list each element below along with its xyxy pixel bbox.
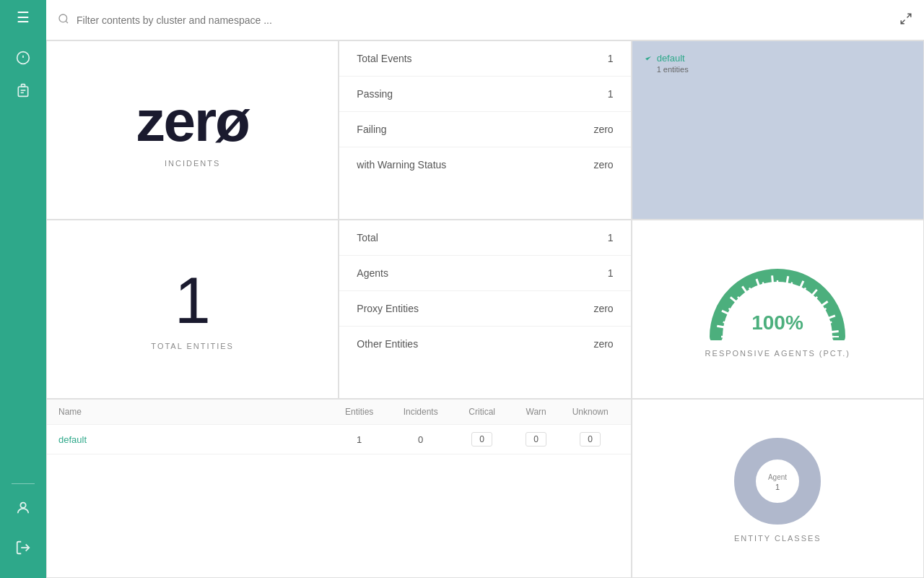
entities-label: TOTAL ENTITIES — [151, 342, 234, 350]
svg-point-41 — [757, 461, 798, 501]
entity-stat-row-other: Other Entities zero — [339, 327, 630, 361]
stat-label-passing: Passing — [357, 88, 393, 100]
col-header-unknown: Unknown — [562, 407, 619, 417]
svg-line-27 — [723, 322, 731, 324]
donut-svg: Agent 1 — [731, 434, 824, 528]
table-cell-unknown: 0 — [562, 432, 619, 447]
sidebar-bottom — [12, 480, 35, 566]
entity-stat-value-other: zero — [593, 338, 613, 350]
stat-row-total-events: Total Events 1 — [339, 41, 630, 77]
svg-line-30 — [749, 288, 753, 294]
col-header-incidents: Incidents — [388, 407, 453, 417]
entity-stat-value-proxy: zero — [593, 303, 613, 314]
entity-classes-label: ENTITY CLASSES — [734, 534, 821, 543]
entity-stats-card: Total 1 Agents 1 Proxy Entities zero Oth… — [339, 220, 631, 399]
dashboard: zerø INCIDENTS Total Events 1 Passing 1 … — [46, 40, 924, 578]
entity-stat-value-agents: 1 — [608, 267, 614, 279]
critical-badge: 0 — [471, 432, 492, 447]
stat-row-failing: Failing zero — [339, 112, 630, 147]
table-cell-critical: 0 — [453, 432, 511, 447]
incidents-value: zerø — [136, 92, 249, 150]
svg-line-12 — [901, 20, 905, 23]
svg-text:Agent: Agent — [768, 473, 787, 481]
stat-value-total-events: 1 — [608, 53, 614, 64]
svg-text:100%: 100% — [752, 311, 804, 334]
warn-badge: 0 — [526, 432, 546, 447]
table-cell-entities: 1 — [331, 434, 388, 445]
table-cell-warn: 0 — [511, 432, 562, 447]
clipboard-icon[interactable] — [16, 83, 30, 101]
namespace-item[interactable]: default — [644, 53, 685, 64]
svg-line-10 — [66, 21, 68, 23]
svg-line-33 — [790, 282, 793, 290]
menu-icon[interactable]: ☰ — [17, 9, 30, 26]
svg-text:1: 1 — [775, 483, 780, 491]
stat-label-total-events: Total Events — [357, 53, 411, 64]
responsive-agents-card: 100% RESPONSIVE AGENTS (PCT.) — [632, 220, 924, 399]
col-header-critical: Critical — [453, 407, 511, 417]
unknown-badge: 0 — [580, 432, 601, 447]
entity-stat-row-agents: Agents 1 — [339, 256, 630, 291]
svg-line-29 — [738, 297, 743, 302]
svg-point-9 — [59, 14, 67, 22]
expand-icon[interactable] — [899, 12, 912, 28]
svg-rect-4 — [18, 87, 27, 96]
col-header-warn: Warn — [511, 407, 562, 417]
info-icon[interactable] — [16, 51, 30, 69]
stat-row-warning: with Warning Status zero — [339, 147, 630, 182]
table-cell-name[interactable]: default — [58, 434, 331, 445]
svg-line-35 — [812, 297, 817, 302]
entity-stat-row-proxy: Proxy Entities zero — [339, 291, 630, 327]
svg-line-31 — [763, 282, 765, 290]
table-card: Name Entities Incidents Critical Warn Un… — [46, 399, 632, 578]
svg-line-36 — [820, 309, 827, 312]
namespace-card: default 1 entities — [632, 40, 924, 220]
entity-stat-label-total: Total — [357, 232, 378, 243]
table-row: default 1 0 0 0 0 — [47, 425, 631, 454]
entities-value: 1 — [175, 268, 211, 333]
incidents-card: zerø INCIDENTS — [46, 40, 339, 220]
svg-point-7 — [20, 503, 25, 508]
entity-stat-label-proxy: Proxy Entities — [357, 303, 419, 314]
entities-card: 1 TOTAL ENTITIES — [46, 220, 339, 399]
agents-label: RESPONSIVE AGENTS (PCT.) — [705, 349, 850, 358]
entity-stat-value-total: 1 — [608, 232, 614, 243]
stat-label-failing: Failing — [357, 124, 386, 135]
donut-chart: Agent 1 — [731, 434, 824, 528]
sidebar-divider — [12, 483, 35, 484]
entity-classes-card: Agent 1 ENTITY CLASSES — [632, 399, 924, 578]
search-icon — [58, 13, 69, 27]
stat-row-passing: Passing 1 — [339, 77, 630, 112]
events-card: Total Events 1 Passing 1 Failing zero wi… — [339, 40, 631, 220]
namespace-entities-count: 1 entities — [657, 65, 689, 74]
search-input[interactable] — [77, 14, 892, 26]
stat-value-warning: zero — [593, 159, 613, 171]
svg-line-11 — [907, 14, 911, 17]
gauge: 100% — [705, 261, 850, 340]
user-icon[interactable] — [15, 500, 31, 519]
svg-line-28 — [729, 309, 736, 312]
table-header: Name Entities Incidents Critical Warn Un… — [47, 400, 631, 425]
svg-line-37 — [825, 322, 832, 324]
stat-value-passing: 1 — [608, 88, 614, 100]
col-header-entities: Entities — [331, 407, 388, 417]
stat-label-warning: with Warning Status — [357, 159, 446, 171]
table-cell-incidents: 0 — [388, 434, 453, 445]
svg-line-25 — [828, 332, 839, 332]
col-header-name: Name — [58, 407, 331, 417]
entity-stat-label-other: Other Entities — [357, 338, 418, 350]
svg-line-19 — [772, 275, 773, 286]
search-bar — [46, 0, 924, 40]
sidebar: ☰ — [0, 0, 46, 578]
svg-line-34 — [802, 288, 806, 294]
incidents-label: INCIDENTS — [165, 159, 220, 168]
stat-value-failing: zero — [593, 124, 613, 135]
entity-stat-label-agents: Agents — [357, 267, 388, 279]
gauge-svg: 100% — [705, 261, 850, 340]
main-content: zerø INCIDENTS Total Events 1 Passing 1 … — [46, 0, 924, 578]
namespace-name: default — [657, 53, 685, 64]
entity-stat-row-total: Total 1 — [339, 220, 630, 256]
logout-icon[interactable] — [15, 540, 31, 559]
